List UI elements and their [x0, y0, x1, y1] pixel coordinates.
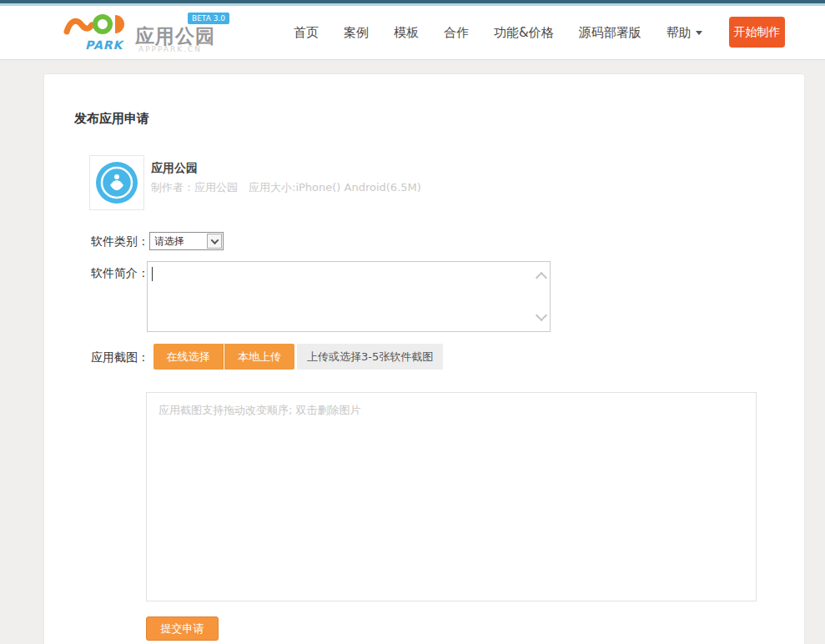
online-select-button[interactable]: 在线选择	[153, 344, 224, 370]
app-park-publish-page: PARK 应用公园 APPPARK.CN BETA 3.0 首页 案例 模板 合…	[0, 0, 825, 644]
screenshots-dropzone[interactable]: 应用截图支持拖动改变顺序; 双击删除图片	[146, 392, 757, 601]
submit-application-button[interactable]: 提交申请	[146, 616, 219, 641]
screenshots-label: 应用截图：	[91, 350, 149, 365]
beta-badge: BETA 3.0	[188, 13, 229, 24]
nav-item-templates[interactable]: 模板	[394, 25, 419, 41]
app-name: 应用公园	[151, 161, 198, 176]
category-select-value: 请选择	[150, 234, 207, 249]
logo[interactable]: PARK 应用公园 APPPARK.CN BETA 3.0	[63, 8, 222, 57]
nav-item-help[interactable]: 帮助	[667, 25, 702, 41]
scroll-up-icon[interactable]	[536, 272, 547, 284]
select-dropdown-button[interactable]	[207, 234, 222, 249]
chevron-down-icon	[210, 236, 219, 244]
intro-textarea[interactable]	[147, 261, 551, 332]
nav-item-pricing[interactable]: 功能&价格	[494, 25, 554, 41]
nav-item-home[interactable]: 首页	[294, 25, 319, 41]
publish-form-card: 发布应用申请 应用公园 制作者：应用公园 应用大小:iPhone() Andro…	[43, 73, 805, 644]
app-icon-frame	[89, 155, 144, 210]
dropzone-placeholder: 应用截图支持拖动改变顺序; 双击删除图片	[158, 403, 361, 418]
start-creating-button[interactable]: 开始制作	[729, 17, 785, 48]
intro-label: 软件简介：	[91, 266, 149, 281]
chevron-down-icon	[696, 31, 702, 35]
nav-item-source[interactable]: 源码部署版	[579, 25, 641, 41]
page-title: 发布应用申请	[74, 111, 149, 127]
nav-item-coop[interactable]: 合作	[444, 25, 469, 41]
category-select[interactable]: 请选择	[149, 232, 224, 250]
app-meta: 制作者：应用公园 应用大小:iPhone() Android(6.5M)	[151, 180, 421, 195]
nav-item-help-label: 帮助	[667, 25, 692, 40]
app-icon	[94, 160, 139, 205]
main-nav: 首页 案例 模板 合作 功能&价格 源码部署版 帮助	[294, 6, 702, 60]
scroll-down-icon[interactable]	[536, 309, 547, 321]
logo-subtitle: APPPARK.CN	[138, 45, 202, 53]
nav-item-cases[interactable]: 案例	[344, 25, 369, 41]
header: PARK 应用公园 APPPARK.CN BETA 3.0 首页 案例 模板 合…	[0, 0, 825, 60]
local-upload-button[interactable]: 本地上传	[224, 344, 294, 370]
category-label: 软件类别：	[91, 234, 149, 249]
logo-park-text: PARK	[85, 38, 123, 52]
upload-hint: 上传或选择3-5张软件截图	[297, 344, 443, 370]
text-caret	[152, 267, 153, 281]
